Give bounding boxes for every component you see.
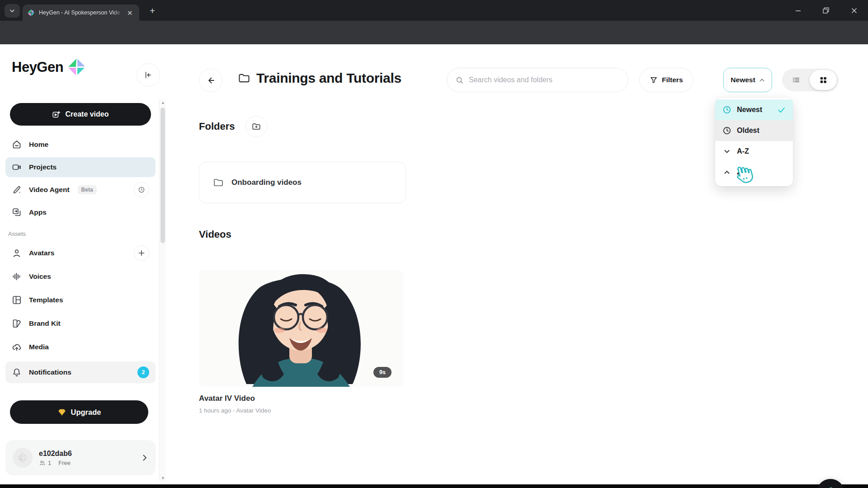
chevron-down-icon — [9, 8, 15, 14]
sort-option-label: A-Z — [737, 147, 749, 155]
tab-search-button[interactable] — [5, 4, 20, 18]
sidebar-item-voices[interactable]: Voices — [5, 267, 156, 286]
video-title: Avatar IV Video — [199, 394, 403, 403]
heygen-app: HeyGen Create video Home Projects Vid — [0, 44, 868, 484]
window-close-button[interactable] — [840, 0, 868, 21]
plus-icon — [138, 250, 145, 256]
sidebar-item-apps[interactable]: Apps — [5, 202, 156, 222]
scroll-down-arrow[interactable]: ▼ — [160, 475, 166, 481]
clock-icon — [722, 126, 731, 135]
sidebar-item-label: Apps — [29, 208, 47, 216]
create-video-label: Create video — [65, 110, 108, 118]
sidebar-item-video-agent[interactable]: Video Agent Beta — [5, 180, 156, 200]
main-content: Trainings and Tutorials Filters Newest — [166, 44, 868, 484]
sidebar-item-brand-kit[interactable]: Brand Kit — [5, 314, 156, 333]
sidebar-item-label: Media — [29, 343, 49, 351]
browser-tab[interactable]: HeyGen - AI Spokesperson Vide ✕ — [23, 5, 139, 21]
sort-option-oldest[interactable]: Oldest — [715, 120, 793, 141]
video-agent-history-button[interactable] — [134, 182, 149, 197]
tab-close-icon[interactable]: ✕ — [127, 9, 133, 16]
browser-tabstrip: HeyGen - AI Spokesperson Vide ✕ + — [0, 0, 868, 21]
scroll-up-arrow[interactable]: ▲ — [160, 99, 166, 106]
video-card[interactable]: 9s Avatar IV Video 1 hours ago - Avatar … — [199, 270, 403, 414]
plan-name: Free — [58, 460, 71, 466]
sidebar-item-label: Projects — [29, 163, 57, 171]
member-count: 1 — [48, 460, 51, 466]
chevron-up-icon — [722, 168, 731, 177]
videos-heading: Videos — [199, 229, 231, 240]
sidebar-scrollbar[interactable]: ▲ ▼ — [159, 99, 166, 481]
sort-option-label: Newest — [737, 106, 762, 114]
sidebar-item-media[interactable]: Media — [5, 337, 156, 357]
filters-button[interactable]: Filters — [639, 68, 693, 92]
sidebar-item-home[interactable]: Home — [5, 135, 156, 155]
sidebar-collapse-button[interactable] — [137, 63, 160, 87]
video-thumbnail[interactable]: 9s — [199, 270, 403, 387]
sort-button[interactable]: Newest — [723, 68, 772, 92]
view-toggle — [782, 69, 838, 91]
grid-view-button[interactable] — [810, 70, 837, 90]
account-name: e102dab6 — [39, 450, 72, 458]
members-icon — [39, 460, 46, 466]
avatars-icon — [12, 248, 22, 258]
heygen-watermark-icon — [17, 452, 28, 464]
window-restore-button[interactable] — [812, 0, 840, 21]
back-button[interactable] — [199, 69, 222, 92]
heygen-logo[interactable]: HeyGen — [12, 58, 86, 77]
account-avatar — [13, 448, 33, 468]
grid-view-icon — [819, 76, 827, 84]
chevron-down-icon — [722, 147, 731, 156]
templates-icon — [12, 295, 22, 305]
sidebar-item-avatars[interactable]: Avatars — [5, 243, 156, 263]
add-avatar-button[interactable] — [134, 245, 149, 261]
folder-card[interactable]: Onboarding videos — [199, 162, 406, 203]
sidebar-item-label: Brand Kit — [29, 319, 61, 328]
sidebar-item-notifications[interactable]: Notifications 2 — [5, 361, 156, 383]
gem-icon — [57, 408, 66, 417]
sidebar-item-label: Voices — [29, 272, 51, 281]
beta-badge: Beta — [78, 185, 97, 194]
new-folder-button[interactable] — [245, 116, 267, 137]
media-icon — [12, 342, 22, 352]
upgrade-button[interactable]: Upgrade — [10, 400, 148, 424]
upgrade-label: Upgrade — [71, 408, 101, 417]
folder-icon — [238, 72, 250, 84]
search-input[interactable] — [469, 76, 620, 84]
voices-icon — [12, 272, 22, 282]
sidebar-item-templates[interactable]: Templates — [5, 290, 156, 310]
filters-label: Filters — [662, 76, 683, 84]
create-video-button[interactable]: Create video — [10, 103, 151, 126]
list-view-icon — [792, 75, 801, 84]
folder-icon — [213, 177, 224, 188]
clock-icon — [722, 105, 731, 114]
apps-icon — [12, 207, 22, 217]
page-title: Trainings and Tutorials — [256, 70, 401, 86]
sidebar-item-projects[interactable]: Projects — [5, 157, 156, 177]
sidebar-item-label: Notifications — [29, 368, 71, 376]
mouse-cursor — [733, 163, 754, 185]
search-icon — [455, 76, 464, 84]
sort-option-a-z[interactable]: A-Z — [715, 141, 793, 162]
window-minimize-button[interactable] — [784, 0, 812, 21]
video-agent-icon — [12, 185, 22, 195]
list-view-button[interactable] — [782, 69, 810, 91]
search-box[interactable] — [447, 68, 628, 92]
heygen-diamond-icon — [824, 486, 837, 488]
folders-heading: Folders — [199, 121, 235, 132]
chevron-up-icon — [759, 77, 765, 83]
folders-section-header: Folders — [199, 116, 267, 137]
check-icon — [777, 106, 786, 114]
heygen-favicon — [27, 9, 35, 17]
video-meta: 1 hours ago - Avatar Video — [199, 407, 403, 414]
sort-button-label: Newest — [731, 76, 755, 84]
scrollbar-thumb[interactable] — [160, 108, 165, 243]
new-tab-button[interactable]: + — [146, 5, 159, 17]
chevron-right-icon — [141, 454, 148, 461]
brand-kit-icon — [12, 319, 22, 328]
folder-name: Onboarding videos — [231, 178, 302, 187]
tab-title: HeyGen - AI Spokesperson Vide — [39, 9, 123, 16]
sort-option-newest[interactable]: Newest — [715, 99, 793, 120]
account-card[interactable]: e102dab6 1 Free — [5, 440, 156, 475]
heygen-diamond-icon — [67, 58, 86, 77]
history-icon — [138, 186, 145, 193]
